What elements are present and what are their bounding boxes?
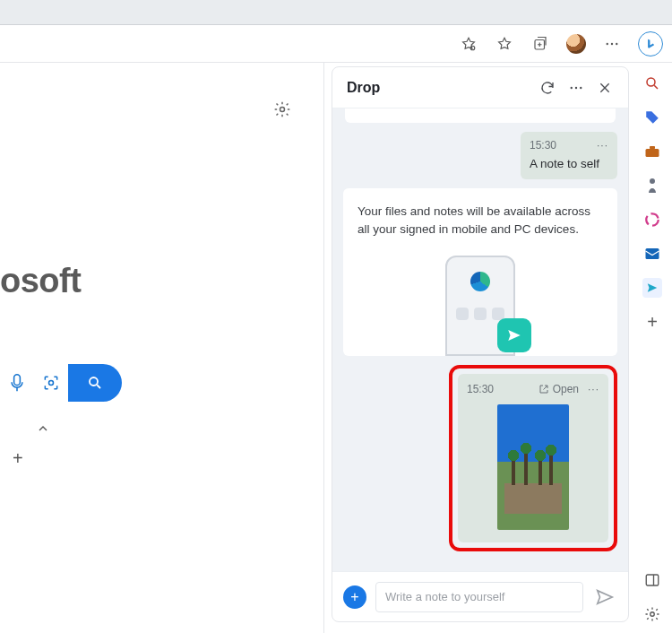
drop-panel: Drop 15:30 ··· A note to self Your files… — [332, 66, 629, 622]
svg-rect-7 — [650, 146, 655, 149]
highlighted-message: 15:30 Open ··· — [449, 365, 617, 551]
drop-header: Drop — [332, 67, 628, 108]
voice-search-icon[interactable] — [0, 364, 34, 402]
composer-input[interactable] — [375, 582, 583, 612]
svg-point-14 — [49, 381, 54, 386]
bing-chat-icon[interactable] — [638, 31, 663, 56]
svg-point-17 — [575, 86, 577, 88]
browser-toolbar — [0, 25, 672, 63]
image-thumbnail[interactable] — [497, 404, 569, 530]
add-rail-icon[interactable]: + — [642, 312, 662, 332]
send-button[interactable] — [592, 585, 617, 610]
svg-point-16 — [571, 86, 573, 88]
svg-point-15 — [90, 377, 98, 386]
shopping-tag-icon[interactable] — [642, 108, 662, 127]
phone-illustration — [358, 248, 603, 356]
svg-rect-10 — [646, 575, 659, 585]
svg-point-3 — [611, 42, 613, 44]
page-main: osoft + — [0, 63, 324, 633]
svg-rect-13 — [14, 375, 21, 386]
open-button[interactable]: Open — [538, 383, 579, 395]
send-badge-icon — [497, 318, 531, 352]
search-button[interactable] — [68, 364, 122, 402]
drop-title: Drop — [347, 80, 528, 96]
drop-composer: + — [332, 571, 628, 621]
refresh-icon[interactable] — [538, 79, 556, 97]
add-tile-icon[interactable]: + — [13, 448, 23, 469]
more-icon[interactable] — [602, 34, 622, 54]
info-text: Your files and notes will be available a… — [358, 203, 603, 238]
toolbox-icon[interactable] — [642, 142, 662, 161]
drop-more-icon[interactable] — [567, 79, 585, 97]
prev-card-edge — [345, 108, 616, 123]
page-settings-icon[interactable] — [273, 100, 291, 118]
svg-rect-9 — [646, 248, 659, 259]
svg-point-8 — [646, 213, 659, 226]
collapse-icon[interactable] — [36, 421, 50, 436]
svg-point-12 — [280, 108, 285, 112]
favorites-icon[interactable] — [495, 34, 514, 54]
games-icon[interactable] — [642, 176, 662, 195]
open-label: Open — [553, 383, 579, 395]
note-more-icon[interactable]: ··· — [597, 139, 608, 152]
svg-rect-6 — [646, 149, 659, 157]
info-card: Your files and notes will be available a… — [343, 188, 617, 356]
edge-logo-icon — [470, 272, 490, 291]
settings-rail-icon[interactable] — [642, 604, 662, 624]
note-text: A note to self — [530, 157, 608, 170]
brand-text: osoft — [0, 262, 81, 300]
window-titlebar — [0, 0, 672, 25]
collections-icon[interactable] — [530, 34, 550, 54]
svg-point-18 — [580, 86, 582, 88]
image-search-icon[interactable] — [34, 364, 68, 402]
search-rail-icon[interactable] — [642, 74, 662, 93]
sidebar-rail: + — [633, 63, 672, 633]
svg-point-5 — [647, 78, 655, 86]
attach-button[interactable]: + — [343, 585, 366, 609]
favorite-star-icon[interactable] — [459, 34, 478, 54]
panel-toggle-icon[interactable] — [642, 570, 662, 590]
image-more-icon[interactable]: ··· — [588, 383, 599, 395]
svg-point-11 — [650, 612, 655, 617]
m365-icon[interactable] — [642, 210, 662, 230]
note-time: 15:30 — [530, 139, 556, 152]
svg-point-4 — [616, 42, 617, 44]
note-message[interactable]: 15:30 ··· A note to self — [521, 132, 617, 179]
profile-avatar[interactable] — [566, 34, 586, 54]
note-meta: 15:30 ··· — [530, 139, 608, 152]
close-icon[interactable] — [596, 79, 614, 97]
image-time: 15:30 — [467, 383, 494, 395]
drop-rail-icon[interactable] — [642, 278, 662, 298]
image-message[interactable]: 15:30 Open ··· — [458, 374, 608, 542]
outlook-icon[interactable] — [642, 244, 662, 264]
drop-body: 15:30 ··· A note to self Your files and … — [332, 108, 628, 571]
search-bar-cluster — [0, 364, 122, 402]
svg-point-2 — [607, 42, 608, 44]
image-meta: 15:30 Open ··· — [467, 383, 599, 395]
